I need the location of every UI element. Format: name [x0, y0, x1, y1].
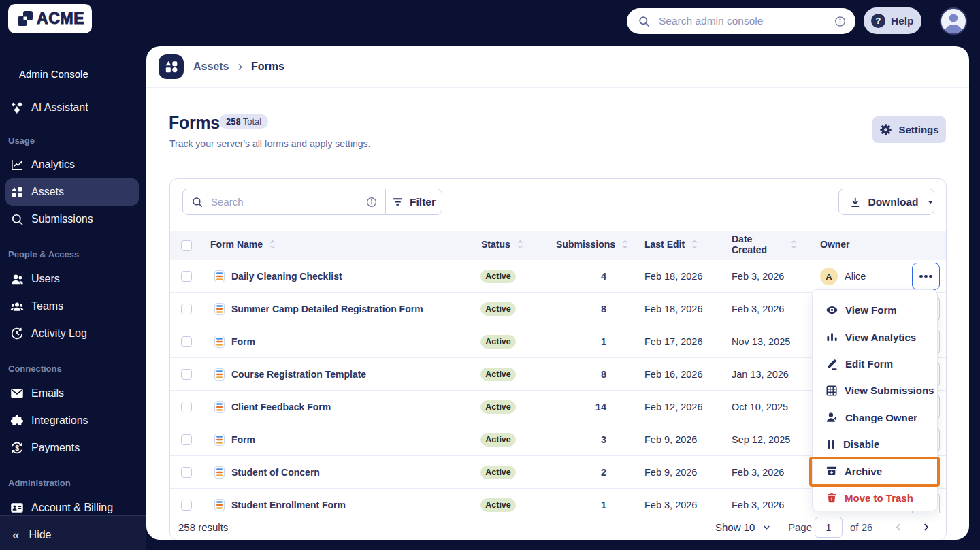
- svg-text:$: $: [15, 444, 19, 452]
